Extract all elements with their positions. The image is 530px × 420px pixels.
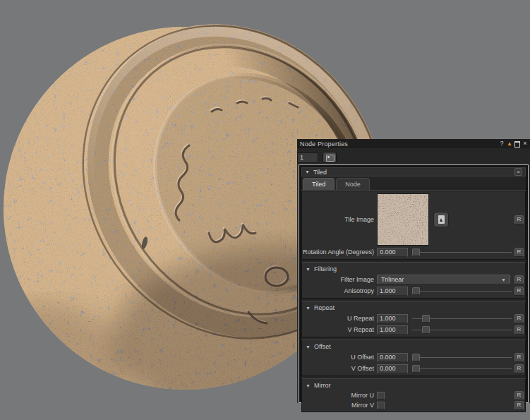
dropdown-arrow-icon: ▼ [501,277,506,282]
panel-titlebar[interactable]: Node Properties ? ▲ × [297,139,530,148]
v-offset-label: V Offset [351,365,374,372]
slider-handle[interactable] [412,287,420,295]
anisotropy-row: Anisotropy R [302,285,525,296]
help-icon[interactable]: ? [498,140,505,148]
tiled-close-button[interactable]: × [514,168,522,176]
u-offset-slider[interactable] [412,353,512,362]
slider-handle[interactable] [412,248,420,256]
slider-handle[interactable] [422,326,430,334]
rotation-angle-row: Rotation Angle (Degrees) R [302,246,525,258]
load-image-icon [438,215,445,224]
mirror-block: ▼ Mirror Mirror U R Mirror V R [301,378,526,412]
mirror-v-row: Mirror V R [302,400,525,410]
collapse-arrow-icon[interactable]: ▼ [305,169,310,174]
mirror-v-label: Mirror V [351,402,374,409]
reset-tile-image-button[interactable]: R [514,215,524,224]
pin-warning-icon[interactable]: ▲ [506,140,513,148]
reset-v-repeat-button[interactable]: R [514,325,524,335]
slider-handle[interactable] [412,354,420,361]
tile-image-block: Tile Image R Rotation Angle (Degrees) [301,191,526,260]
offset-header[interactable]: ▼ Offset [302,342,525,352]
thumbnail-toggle-button[interactable] [323,152,337,163]
image-icon [326,155,335,162]
mirror-u-label: Mirror U [351,392,375,399]
panel-toolbar [297,148,530,165]
close-window-icon[interactable]: × [522,140,529,148]
anisotropy-field[interactable] [377,287,408,296]
tile-image-label: Tile Image [344,216,374,223]
anisotropy-label: Anisotropy [344,287,374,294]
reset-mirror-u-button[interactable]: R [514,391,524,400]
tab-tiled[interactable]: Tiled [303,178,335,190]
selection-index-field[interactable] [297,152,318,163]
u-repeat-row: U Repeat R [302,313,525,324]
u-repeat-slider[interactable] [412,314,512,323]
u-repeat-field[interactable] [377,314,408,323]
v-offset-field[interactable] [377,364,408,373]
u-offset-row: U Offset R [302,352,525,363]
slider-handle[interactable] [412,365,420,373]
slider-handle[interactable] [422,315,430,323]
filter-image-row: Filter Image Trilinear ▼ R [302,274,525,285]
v-repeat-label: V Repeat [347,326,374,333]
filter-image-label: Filter Image [340,276,374,283]
reset-v-offset-button[interactable]: R [514,364,524,373]
mirror-u-row: Mirror U R [302,390,525,400]
collapse-arrow-icon[interactable]: ▼ [306,383,311,388]
reset-u-repeat-button[interactable]: R [514,314,524,323]
repeat-header[interactable]: ▼ Repeat [302,303,525,313]
reset-mirror-v-button[interactable]: R [514,401,524,410]
filtering-header[interactable]: ▼ Filtering [302,264,525,274]
collapse-arrow-icon[interactable]: ▼ [306,306,311,311]
rotation-angle-label: Rotation Angle (Degrees) [303,248,374,256]
reset-rotation-button[interactable]: R [514,248,524,257]
repeat-title: Repeat [314,304,335,311]
offset-block: ▼ Offset U Offset R V Offset [301,340,526,376]
collapse-arrow-icon[interactable]: ▼ [306,344,311,349]
tab-node[interactable]: Node [336,178,370,190]
v-repeat-row: V Repeat R [302,324,525,335]
properties-frame: ▼ Tiled × Tiled Node Tile Image [299,164,529,403]
mirror-title: Mirror [314,382,331,389]
v-repeat-slider[interactable] [412,325,512,335]
filtering-title: Filtering [314,265,337,272]
u-offset-field[interactable] [377,353,408,362]
v-offset-slider[interactable] [412,364,512,373]
u-offset-label: U Offset [351,354,374,361]
tab-bar: Tiled Node [301,176,526,191]
filter-image-value: Trilinear [381,276,404,283]
rotation-angle-field[interactable] [377,248,408,257]
panel-title: Node Properties [300,140,498,148]
reset-filter-image-button[interactable]: R [514,275,524,284]
rotation-angle-slider[interactable] [412,248,512,257]
reset-anisotropy-button[interactable]: R [514,287,524,296]
mirror-u-checkbox[interactable] [377,392,385,400]
filter-image-dropdown[interactable]: Trilinear ▼ [377,275,510,284]
tile-image-row: Tile Image R [302,193,525,246]
restore-window-icon[interactable] [514,140,521,148]
tiled-section-header[interactable]: ▼ Tiled × [301,167,526,176]
tiled-section-title: Tiled [313,169,327,176]
u-repeat-label: U Repeat [347,315,374,322]
node-properties-panel: Node Properties ? ▲ × ▼ Tiled × Tiled No… [297,139,530,403]
mirror-header[interactable]: ▼ Mirror [302,380,525,390]
anisotropy-slider[interactable] [412,287,512,296]
v-repeat-field[interactable] [377,325,408,335]
filtering-block: ▼ Filtering Filter Image Trilinear ▼ R A… [301,262,526,299]
mirror-v-checkbox[interactable] [377,402,385,409]
collapse-arrow-icon[interactable]: ▼ [306,267,311,272]
v-offset-row: V Offset R [302,363,525,374]
repeat-block: ▼ Repeat U Repeat R V Repeat [301,301,526,337]
load-image-button[interactable] [433,212,449,227]
tile-image-thumbnail[interactable] [377,193,429,246]
reset-u-offset-button[interactable]: R [514,353,524,362]
offset-title: Offset [314,343,331,350]
